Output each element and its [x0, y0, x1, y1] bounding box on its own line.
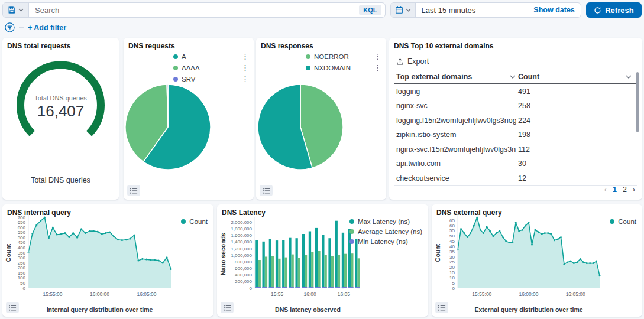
table-scrollbar[interactable] [636, 72, 639, 132]
legend-actions-icon[interactable]: ⋮ [374, 65, 381, 71]
svg-text:16:00:00: 16:00:00 [90, 291, 109, 297]
search-bar: KQL [2, 2, 386, 18]
column-header-count[interactable]: Count [516, 73, 637, 81]
svg-text:400,000: 400,000 [235, 272, 252, 278]
legend-item-max-latency-ns-[interactable]: Max Latency (ns) [349, 218, 410, 225]
table-row[interactable]: zipkin.istio-system198 [394, 128, 637, 143]
chevron-down-icon [406, 8, 411, 12]
legend-item-average-latency-ns-[interactable]: Average Latency (ns) [349, 228, 422, 235]
legend-toggle-button[interactable] [127, 185, 140, 196]
cell-domain: api.twilio.com [394, 160, 516, 168]
legend-dot [181, 219, 186, 224]
legend-actions-icon[interactable]: ⋮ [241, 76, 249, 82]
legend-toggle-button[interactable] [435, 302, 448, 313]
legend-dot [173, 77, 178, 82]
svg-text:20: 20 [449, 265, 455, 270]
column-label: Count [518, 73, 539, 81]
svg-text:5: 5 [452, 281, 455, 286]
svg-text:1,600,000: 1,600,000 [231, 233, 252, 238]
legend-item-a[interactable]: A⋮ [173, 53, 249, 60]
add-filter-button[interactable]: + Add filter [28, 24, 66, 32]
svg-text:15:55:00: 15:55:00 [43, 291, 62, 297]
legend-item-noerror[interactable]: NOERROR⋮ [306, 53, 381, 60]
saved-query-menu-button[interactable] [3, 3, 29, 17]
cell-domain: logging [394, 87, 516, 96]
svg-text:600: 600 [18, 225, 26, 230]
svg-text:15:55: 15:55 [271, 291, 284, 297]
chart-legend: NOERROR⋮NXDOMAIN⋮ [306, 53, 381, 71]
table-row[interactable]: nginx-svc.f15n2womfujehfjlwv0lgs3no...11… [394, 142, 637, 157]
kql-badge[interactable]: KQL [359, 5, 381, 15]
svg-text:0: 0 [452, 286, 455, 291]
sort-chevron-icon [626, 75, 632, 79]
filter-icon[interactable] [5, 22, 15, 32]
export-button[interactable]: Export [396, 57, 429, 66]
time-range-label[interactable]: Last 15 minutes [422, 6, 476, 15]
legend-toggle-button[interactable] [221, 302, 234, 313]
panel-dns-external-query: DNS external query 051015202530354045505… [432, 204, 642, 317]
refresh-button[interactable]: Refresh [586, 2, 642, 18]
svg-text:16:00:00: 16:00:00 [519, 291, 538, 297]
svg-text:65: 65 [449, 218, 455, 223]
svg-text:1,000,000: 1,000,000 [231, 253, 252, 258]
table-row[interactable]: logging491 [394, 84, 637, 99]
table-row[interactable]: api.twilio.com30 [394, 157, 637, 172]
column-header-domains[interactable]: Top external domains [394, 73, 516, 81]
table-body: logging491nginx-svc258logging.f15n2womfu… [394, 84, 637, 186]
table-row[interactable]: checkoutservice12 [394, 171, 637, 186]
panel-dns-latency: DNS Latency 0200,000400,000600,000800,00… [217, 204, 428, 317]
svg-text:45: 45 [449, 239, 455, 244]
cell-count: 112 [516, 145, 637, 154]
table-pagination: ‹12› [604, 185, 635, 194]
legend-label: AAAA [182, 64, 200, 71]
legend-dot [610, 219, 614, 224]
svg-text:50: 50 [20, 281, 25, 286]
svg-text:16:05:00: 16:05:00 [137, 291, 156, 297]
svg-text:800,000: 800,000 [235, 259, 252, 265]
legend-actions-icon[interactable]: ⋮ [241, 54, 249, 60]
svg-text:35: 35 [449, 249, 455, 255]
legend-actions-icon[interactable]: ⋮ [241, 65, 249, 71]
pagination-next-icon[interactable]: › [633, 185, 635, 194]
svg-text:300: 300 [18, 255, 26, 261]
search-input[interactable] [29, 6, 359, 15]
legend-item-aaaa[interactable]: AAAA⋮ [173, 64, 249, 71]
export-label: Export [407, 57, 429, 66]
legend-item-min-latency-ns-[interactable]: Min Latency (ns) [349, 238, 408, 245]
svg-text:30: 30 [449, 255, 455, 260]
legend-actions-icon[interactable]: ⋮ [374, 54, 381, 60]
legend-item-count[interactable]: Count [181, 218, 208, 225]
legend-label: A [182, 53, 186, 60]
svg-text:55: 55 [449, 228, 455, 233]
cell-domain: logging.f15n2womfujehfjlwv0lgs3nog.... [394, 116, 516, 125]
pagination-page-2[interactable]: 2 [623, 185, 627, 194]
legend-item-count[interactable]: Count [610, 218, 636, 225]
chart-legend: Count [610, 218, 636, 225]
show-dates-button[interactable]: Show dates [533, 6, 574, 14]
chart-legend: A⋮AAAA⋮SRV⋮ [173, 53, 249, 83]
svg-text:200: 200 [18, 265, 26, 271]
legend-toggle-button[interactable] [260, 185, 273, 196]
refresh-icon [594, 6, 601, 14]
legend-item-srv[interactable]: SRV⋮ [173, 76, 249, 83]
legend-label: Count [189, 218, 208, 225]
svg-text:16:05:00: 16:05:00 [566, 291, 585, 297]
svg-text:400: 400 [18, 245, 26, 250]
legend-dot [306, 54, 310, 59]
area-chart[interactable]: 0510152025303540455055606515:55:0016:00:… [434, 213, 641, 315]
date-quick-select-button[interactable] [391, 3, 416, 17]
cell-count: 198 [516, 131, 637, 139]
svg-text:50: 50 [449, 233, 455, 239]
save-icon [8, 6, 16, 14]
area-chart[interactable]: 0501001502002503003504004505005506006507… [5, 213, 212, 315]
legend-toggle-button[interactable] [6, 302, 19, 313]
chart-legend: Max Latency (ns)Average Latency (ns)Min … [349, 218, 422, 245]
pagination-page-1[interactable]: 1 [613, 185, 617, 194]
legend-item-nxdomain[interactable]: NXDOMAIN⋮ [306, 64, 381, 71]
svg-text:10: 10 [449, 275, 455, 281]
table-row[interactable]: nginx-svc258 [394, 99, 637, 114]
date-picker: Last 15 minutes Show dates [390, 2, 581, 18]
table-row[interactable]: logging.f15n2womfujehfjlwv0lgs3nog....22… [394, 113, 637, 128]
pagination-prev-icon[interactable]: ‹ [604, 185, 607, 194]
column-label: Top external domains [396, 73, 472, 81]
